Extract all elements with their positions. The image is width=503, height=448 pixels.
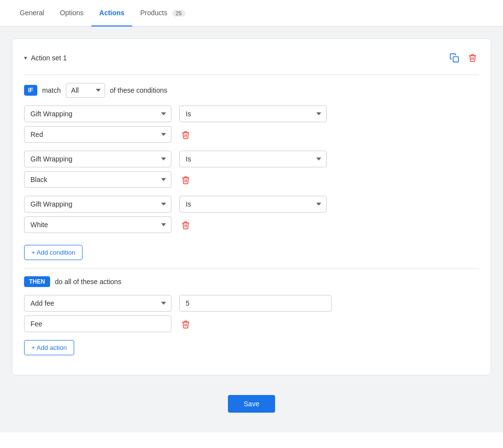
condition-group-2: Gift Wrapping Is Is not Black Red White: [24, 151, 479, 188]
then-header: THEN do all of these actions: [24, 276, 479, 287]
condition-row-2-field: Gift Wrapping Is Is not: [24, 151, 479, 167]
condition-1-value-select[interactable]: Red Black White: [24, 126, 171, 143]
delete-action-1-button[interactable]: [179, 317, 192, 331]
action-set-toolbar: [447, 51, 479, 65]
divider-1: [24, 75, 479, 75]
chevron-down-icon: ▾: [24, 54, 27, 61]
if-badge: IF: [24, 85, 37, 96]
bottom-bar: Save: [12, 387, 491, 421]
delete-condition-1-button[interactable]: [179, 128, 192, 142]
save-button[interactable]: Save: [228, 395, 275, 413]
svg-rect-0: [453, 57, 459, 62]
action-label-input[interactable]: [24, 316, 171, 332]
tab-general[interactable]: General: [12, 0, 52, 26]
then-badge: THEN: [24, 276, 50, 287]
if-section: IF match All Any of these conditions Gif…: [24, 83, 479, 260]
action-set-card: ▾ Action set 1: [12, 38, 491, 375]
tab-options[interactable]: Options: [52, 0, 91, 26]
action-value-row-1: [24, 316, 479, 332]
condition-suffix: of these conditions: [110, 86, 168, 94]
action-set-title: ▾ Action set 1: [24, 54, 67, 62]
condition-row-3-value: White Red Black: [24, 216, 479, 233]
condition-1-field-select[interactable]: Gift Wrapping: [24, 105, 171, 122]
then-description: do all of these actions: [55, 278, 121, 286]
add-action-button[interactable]: + Add action: [24, 340, 74, 355]
condition-row-1-field: Gift Wrapping Is Is not: [24, 105, 479, 122]
condition-2-value-select[interactable]: Black Red White: [24, 171, 171, 188]
then-section: THEN do all of these actions Add fee Rem…: [24, 276, 479, 355]
condition-3-field-select[interactable]: Gift Wrapping: [24, 196, 171, 212]
delete-condition-2-button[interactable]: [179, 173, 192, 187]
products-badge: 25: [172, 10, 185, 17]
condition-group-3: Gift Wrapping Is Is not White Red Black: [24, 196, 479, 233]
action-row-1: Add fee Remove fee: [24, 295, 479, 312]
delete-action-set-button[interactable]: [466, 51, 479, 65]
tab-actions[interactable]: Actions: [91, 0, 132, 26]
condition-row-3-field: Gift Wrapping Is Is not: [24, 196, 479, 212]
divider-2: [24, 268, 479, 268]
match-select[interactable]: All Any: [66, 83, 105, 98]
condition-group-1: Gift Wrapping Is Is not Red Black White: [24, 105, 479, 143]
action-set-label: Action set 1: [31, 54, 67, 62]
condition-3-value-select[interactable]: White Red Black: [24, 216, 171, 233]
condition-1-operator-select[interactable]: Is Is not: [179, 105, 327, 122]
match-label: match: [42, 86, 61, 94]
condition-header: IF match All Any of these conditions: [24, 83, 479, 98]
main-content: ▾ Action set 1: [0, 26, 503, 432]
condition-3-operator-select[interactable]: Is Is not: [179, 196, 327, 212]
condition-2-field-select[interactable]: Gift Wrapping: [24, 151, 171, 167]
condition-2-operator-select[interactable]: Is Is not: [179, 151, 327, 167]
action-set-header: ▾ Action set 1: [24, 51, 479, 65]
copy-action-set-button[interactable]: [447, 51, 461, 65]
delete-condition-3-button[interactable]: [179, 218, 192, 232]
add-condition-button[interactable]: + Add condition: [24, 245, 83, 260]
condition-row-1-value: Red Black White: [24, 126, 479, 143]
action-amount-input[interactable]: [179, 295, 332, 312]
tab-bar: General Options Actions Products 25: [0, 0, 503, 26]
action-type-select[interactable]: Add fee Remove fee: [24, 295, 171, 312]
condition-row-2-value: Black Red White: [24, 171, 479, 188]
tab-products[interactable]: Products 25: [132, 0, 193, 26]
